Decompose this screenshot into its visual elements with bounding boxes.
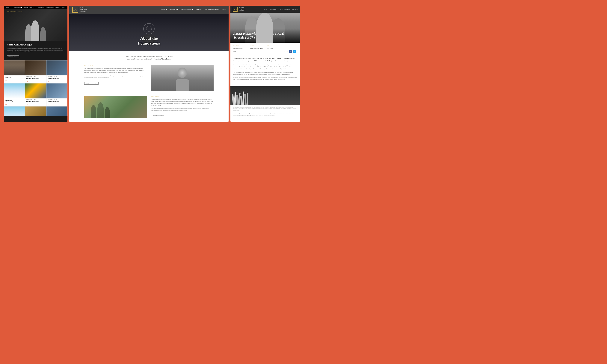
article-para2: The screenings, which occurred on April … xyxy=(234,71,297,75)
center-nav-news[interactable]: NEWS xyxy=(222,9,226,11)
article-para1: The producers had planned to hold a seri… xyxy=(234,64,297,70)
panel-left: ABOUT ▼ PROGRAMS ▼ GRANT SEEKERS ▼ PARTN… xyxy=(4,6,68,122)
article-para4: IN THIS ISSUE FUSCE CONVALLIS METUS ID F… xyxy=(234,106,297,111)
center-hero-title2: Foundations xyxy=(138,41,160,46)
left-nav-news[interactable]: NEWS xyxy=(62,7,65,8)
center-nav-about[interactable]: ABOUT ▼ xyxy=(161,9,167,11)
meta-date: DATE July 1, 2020 xyxy=(267,45,280,53)
grantee-card-6[interactable]: Grantee Name Maecenas Necodio → xyxy=(46,83,68,106)
grantee-label-2: Grantee Name xyxy=(25,75,46,78)
grantee-image-2 xyxy=(25,60,46,75)
partial-cards-row xyxy=(4,106,68,116)
left-nav: ABOUT ▼ PROGRAMS ▼ GRANT SEEKERS ▼ PARTN… xyxy=(4,6,68,9)
panel-center: AVD The Arthur Vining Davis Foundations … xyxy=(69,6,229,122)
partial-card-2[interactable] xyxy=(25,106,46,116)
hero-title: North Central College xyxy=(7,43,64,46)
grantee-image-1 xyxy=(4,60,25,75)
article-para3: Events on college campuses titled 'What'… xyxy=(234,77,297,81)
right-nav-about[interactable]: ABOUT ▼ xyxy=(263,9,268,10)
legacy-image xyxy=(84,96,147,118)
grantee-card-2[interactable]: Grantee Name Lorem Ipsum Dolor → xyxy=(25,60,46,83)
facebook-share-button[interactable]: f xyxy=(289,50,292,53)
article-meta: AUTHOR Michael J. Murray, Ph.D. AREA Pub… xyxy=(230,43,300,55)
our-founder-button[interactable]: OUR FOUNDER xyxy=(84,82,98,85)
partial-image-1 xyxy=(4,106,25,116)
left-nav-partners[interactable]: PARTNERS xyxy=(38,7,44,8)
partial-image-2 xyxy=(25,106,46,116)
left-nav-grant-seekers[interactable]: GRANT SEEKERS ▼ xyxy=(24,7,36,8)
grantee-label-3: Grantee Name xyxy=(46,75,67,78)
article-video xyxy=(230,86,300,105)
center-content: The Arthur Vining Davis Foundations were… xyxy=(69,51,229,122)
article-lead: In July of 2020, American Experience wil… xyxy=(234,57,297,62)
article-hero: American Experience premieres Virtual Sc… xyxy=(230,13,300,43)
right-nav-links: ABOUT ▼ PROGRAMS ▼ GRANT SEEKERS ▼ PARTN… xyxy=(263,9,298,10)
left-hero-content: North Central College Aliquam erat volut… xyxy=(4,41,68,60)
grantee-image-6 xyxy=(46,83,67,98)
grantee-arrow-6[interactable]: → xyxy=(46,103,67,106)
grantee-title-3: Maecenas Necodio xyxy=(46,78,67,80)
grantee-card-4[interactable]: y Technologynvironmental → xyxy=(4,83,25,106)
meta-share: SHARE f t xyxy=(284,45,297,53)
meta-author: AUTHOR Michael J. Murray, Ph.D. xyxy=(234,45,247,53)
share-label: SHARE xyxy=(284,51,289,52)
grantee-label-6: Grantee Name xyxy=(46,98,67,101)
our-programs-button[interactable]: OUR PROGRAMS xyxy=(151,114,166,117)
grantee-arrow-2[interactable]: → xyxy=(25,80,46,83)
twitter-share-button[interactable]: t xyxy=(293,50,296,53)
history-para2: Mr. Davis intended that his namesake fou… xyxy=(84,75,145,78)
center-hero-text: About the Foundations xyxy=(138,36,160,46)
left-nav-about[interactable]: ABOUT ▼ xyxy=(6,7,12,8)
center-nav-spotlights[interactable]: GRANTEE SPOTLIGHTS xyxy=(205,9,219,11)
right-logo-text: The Arthur Vining Davis Foundations xyxy=(239,7,245,11)
left-nav-programs[interactable]: PROGRAMS ▼ xyxy=(14,7,22,8)
history-section: OUR HISTORY The Foundations are a legacy… xyxy=(84,65,214,91)
history-label: OUR HISTORY xyxy=(84,65,145,66)
date-value: July 1, 2020 xyxy=(267,48,273,49)
grantee-label-5: Grantee Name xyxy=(25,98,46,101)
meta-area: AREA Public Education Media xyxy=(250,45,263,53)
grantee-image-4 xyxy=(4,83,25,98)
center-nav-programs[interactable]: PROGRAMS ▼ xyxy=(169,9,178,11)
center-nav-partners[interactable]: PARTNERS xyxy=(196,9,202,11)
right-logo-mark: AVD xyxy=(233,7,237,12)
history-para1: The Foundations are a legacy of Mr. Davi… xyxy=(84,67,145,74)
article-bottom: IN THIS ISSUE FUSCE CONVALLIS METUS ID F… xyxy=(230,105,300,118)
hero-description: Aliquam erat volutpat. Sed libero. Praes… xyxy=(7,48,64,53)
center-logo-text: The Arthur Vining Davis Foundations xyxy=(80,7,87,12)
partial-card-3[interactable] xyxy=(46,106,68,116)
legacy-label: OUR LEGACY xyxy=(151,96,214,97)
right-logo: AVD The Arthur Vining Davis Foundations xyxy=(233,7,245,12)
history-text: OUR HISTORY The Foundations are a legacy… xyxy=(84,65,147,91)
legacy-section: OUR LEGACY Throughout its history, the f… xyxy=(84,96,214,118)
area-label: AREA xyxy=(250,45,263,46)
grantee-card-3[interactable]: Grantee Name Maecenas Necodio → xyxy=(46,60,68,83)
legacy-para1: Throughout its history, the foundations … xyxy=(151,98,214,107)
center-nav-grant-seekers[interactable]: GRANT SEEKERS ▼ xyxy=(181,9,193,11)
center-hero: About the Foundations xyxy=(69,14,229,51)
grantee-image-5 xyxy=(25,83,46,98)
right-nav-programs[interactable]: PROGRAMS ▼ xyxy=(270,9,278,10)
grantee-arrow-4[interactable]: → xyxy=(4,103,25,106)
grantee-arrow-5[interactable]: → xyxy=(25,103,46,106)
grantee-image-3 xyxy=(46,60,67,75)
partial-image-3 xyxy=(46,106,67,116)
grantee-card-1[interactable]: American → xyxy=(4,60,25,83)
learn-more-button[interactable]: LEARN MORE xyxy=(7,55,19,58)
grantee-title-1: American xyxy=(4,77,25,79)
panel-right: AVD The Arthur Vining Davis Foundations … xyxy=(230,6,300,122)
grantee-grid: American → Grantee Name Lorem Ipsum Dolo… xyxy=(4,60,68,106)
area-value: Public Education Media xyxy=(250,48,263,49)
grantee-card-5[interactable]: Grantee Name Lorem Ipsum Dolor → xyxy=(25,83,46,106)
center-logo: AVD The Arthur Vining Davis Foundations xyxy=(72,7,87,13)
center-logo-mark: AVD xyxy=(72,7,78,13)
partial-card-1[interactable] xyxy=(4,106,25,116)
grantee-arrow-1[interactable]: → xyxy=(4,79,25,82)
grantee-arrow-3[interactable]: → xyxy=(46,80,67,83)
right-nav-grant-seekers[interactable]: GRANT SEEKERS ▼ xyxy=(280,9,290,10)
grantee-title-4: y Technologynvironmental xyxy=(4,100,25,104)
author-value: Michael J. Murray, Ph.D. xyxy=(234,48,243,52)
left-nav-spotlights[interactable]: GRANTEE SPOTLIGHTS xyxy=(46,7,60,8)
right-nav-partners[interactable]: PARTNERS xyxy=(292,9,298,10)
right-nav: AVD The Arthur Vining Davis Foundations … xyxy=(230,6,300,13)
